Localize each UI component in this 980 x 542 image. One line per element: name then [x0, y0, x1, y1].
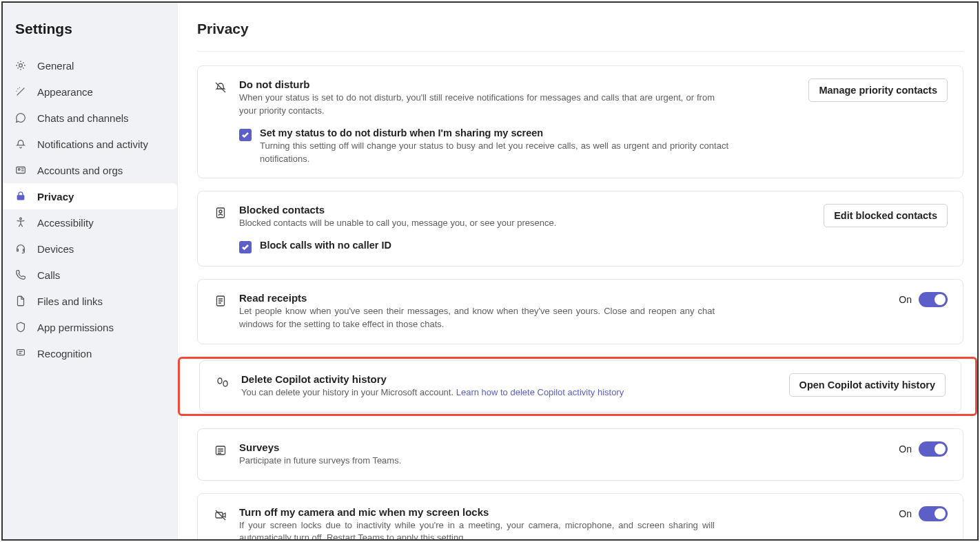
- camera-toggle-label: On: [899, 508, 912, 519]
- survey-icon: [213, 443, 228, 458]
- dnd-title: Do not disturb: [239, 79, 797, 90]
- receipt-icon: [213, 293, 228, 309]
- main-content: Privacy Do not disturb When your status …: [178, 3, 977, 539]
- page-title: Privacy: [197, 15, 963, 52]
- section-read-receipts: Read receipts Let people know when you'v…: [197, 279, 963, 344]
- settings-sidebar: Settings General Appearance Chats and ch…: [3, 3, 178, 539]
- edit-blocked-contacts-button[interactable]: Edit blocked contacts: [824, 204, 948, 227]
- open-copilot-history-button[interactable]: Open Copilot activity history: [789, 373, 946, 397]
- surveys-toggle-label: On: [899, 444, 912, 455]
- sidebar-item-label: Privacy: [37, 191, 74, 202]
- read-title: Read receipts: [239, 292, 888, 304]
- copilot-desc-text: You can delete your history in your Micr…: [241, 387, 456, 397]
- file-icon: [14, 294, 28, 308]
- dnd-screen-share-checkbox[interactable]: [239, 129, 252, 141]
- section-surveys: Surveys Participate in future surveys fr…: [197, 428, 963, 481]
- section-camera-lock: Turn off my camera and mic when my scree…: [197, 493, 963, 539]
- sidebar-title: Settings: [3, 14, 177, 52]
- sidebar-item-label: Chats and channels: [37, 112, 129, 124]
- section-copilot-history: Delete Copilot activity history You can …: [199, 360, 961, 413]
- dnd-checkbox-desc: Turning this setting off will change you…: [260, 140, 728, 166]
- copilot-learn-link[interactable]: Learn how to delete Copilot activity his…: [456, 387, 624, 397]
- sidebar-item-chats[interactable]: Chats and channels: [3, 105, 177, 131]
- ribbon-icon: [14, 346, 28, 360]
- sidebar-item-label: Calls: [37, 269, 60, 281]
- blocked-title: Blocked contacts: [239, 204, 813, 216]
- blocked-desc: Blocked contacts will be unable to call …: [239, 217, 715, 230]
- highlight-box: Delete Copilot activity history You can …: [178, 357, 977, 416]
- sidebar-item-label: Notifications and activity: [37, 138, 148, 150]
- id-card-icon: [14, 163, 28, 177]
- headset-icon: [14, 242, 28, 256]
- shield-icon: [14, 320, 28, 334]
- sidebar-item-label: Appearance: [37, 86, 93, 98]
- camera-off-icon: [213, 508, 228, 523]
- chat-icon: [14, 111, 28, 125]
- phone-icon: [14, 268, 28, 282]
- sidebar-item-files[interactable]: Files and links: [3, 288, 177, 314]
- surveys-desc: Participate in future surveys from Teams…: [239, 455, 715, 468]
- lock-icon: [14, 189, 28, 203]
- camera-desc: If your screen locks due to inactivity w…: [239, 519, 715, 539]
- bell-icon: [14, 137, 28, 151]
- section-do-not-disturb: Do not disturb When your status is set t…: [197, 65, 963, 178]
- gear-icon: [14, 59, 28, 72]
- sidebar-item-label: Files and links: [37, 295, 103, 307]
- dnd-icon: [213, 80, 228, 95]
- sidebar-item-calls[interactable]: Calls: [3, 262, 177, 288]
- blocked-checkbox-label: Block calls with no caller ID: [260, 240, 391, 251]
- svg-point-0: [19, 64, 23, 67]
- sidebar-item-label: App permissions: [37, 322, 114, 333]
- sidebar-item-general[interactable]: General: [3, 52, 177, 79]
- sidebar-item-label: Accessibility: [37, 217, 94, 229]
- sidebar-item-privacy[interactable]: Privacy: [3, 183, 177, 209]
- section-blocked-contacts: Blocked contacts Blocked contacts will b…: [197, 191, 963, 267]
- surveys-toggle[interactable]: [919, 441, 948, 457]
- accessibility-icon: [14, 216, 28, 229]
- sidebar-item-recognition[interactable]: Recognition: [3, 340, 177, 366]
- sidebar-item-label: Accounts and orgs: [37, 165, 123, 176]
- svg-rect-4: [17, 350, 25, 355]
- copilot-desc: You can delete your history in your Micr…: [241, 386, 717, 399]
- sidebar-item-notifications[interactable]: Notifications and activity: [3, 131, 177, 157]
- sidebar-item-accessibility[interactable]: Accessibility: [3, 209, 177, 236]
- sidebar-item-appearance[interactable]: Appearance: [3, 79, 177, 105]
- read-toggle-label: On: [899, 294, 912, 305]
- sidebar-item-accounts[interactable]: Accounts and orgs: [3, 157, 177, 183]
- block-no-caller-id-checkbox[interactable]: [239, 241, 252, 253]
- svg-point-2: [18, 169, 20, 171]
- read-desc: Let people know when you've seen their m…: [239, 305, 715, 331]
- read-receipts-toggle[interactable]: [919, 292, 948, 307]
- copilot-icon: [215, 375, 230, 390]
- manage-priority-contacts-button[interactable]: Manage priority contacts: [808, 79, 948, 102]
- sidebar-item-label: Recognition: [37, 348, 92, 359]
- svg-point-6: [219, 210, 222, 213]
- sidebar-item-app-permissions[interactable]: App permissions: [3, 314, 177, 340]
- dnd-checkbox-label: Set my status to do not disturb when I'm…: [260, 127, 728, 138]
- sidebar-item-devices[interactable]: Devices: [3, 236, 177, 262]
- surveys-title: Surveys: [239, 441, 888, 453]
- camera-lock-toggle[interactable]: [919, 506, 948, 521]
- contact-card-icon: [213, 205, 228, 220]
- svg-point-3: [20, 218, 22, 220]
- sidebar-nav: General Appearance Chats and channels No…: [3, 52, 177, 366]
- svg-rect-1: [17, 167, 25, 174]
- dnd-desc: When your status is set to do not distur…: [239, 92, 715, 118]
- copilot-title: Delete Copilot activity history: [241, 373, 778, 385]
- sidebar-item-label: Devices: [37, 243, 74, 255]
- sidebar-item-label: General: [37, 60, 74, 72]
- camera-title: Turn off my camera and mic when my scree…: [239, 506, 888, 518]
- wand-icon: [14, 85, 28, 98]
